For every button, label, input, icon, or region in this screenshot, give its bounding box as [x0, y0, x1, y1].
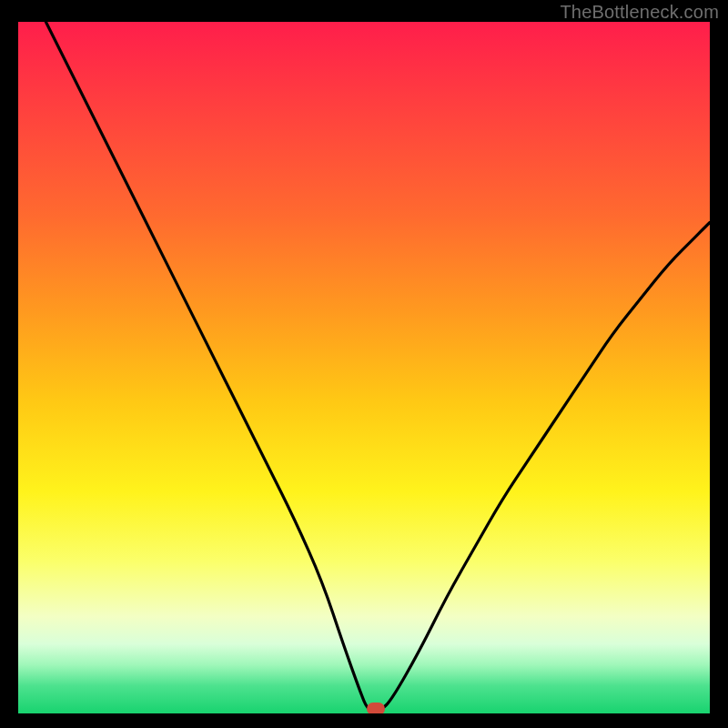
- chart-frame: TheBottleneck.com: [0, 0, 728, 728]
- bottleneck-curve: [46, 22, 710, 710]
- optimal-point-marker: [367, 703, 385, 713]
- plot-area: [18, 22, 710, 713]
- watermark-text: TheBottleneck.com: [560, 2, 719, 23]
- curve-layer: [18, 22, 710, 713]
